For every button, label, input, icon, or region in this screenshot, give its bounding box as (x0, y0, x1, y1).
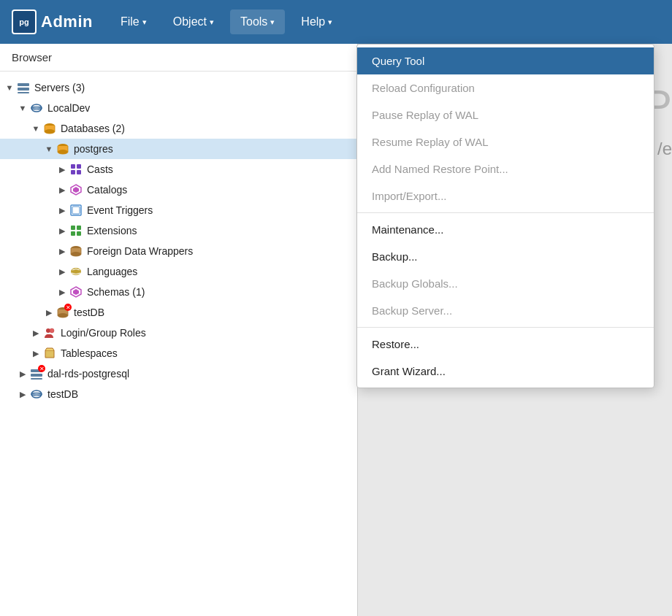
menu-item-backup-server-label: Backup Server... (372, 304, 452, 317)
menu-item-backup-server[interactable]: Backup Server... (357, 297, 654, 324)
menu-item-query-tool-label: Query Tool (372, 55, 424, 67)
toggle-extensions[interactable]: ▶ (56, 224, 69, 237)
browser-panel: Browser ▼ Servers (3) ▼ LocalDev (0, 44, 358, 616)
brand-icon-text: pg (19, 18, 28, 26)
menu-item-reload-config[interactable]: Reload Configuration (357, 74, 654, 101)
toggle-dal-rds[interactable]: ▶ (16, 367, 29, 380)
svg-marker-15 (73, 187, 79, 193)
icon-testtb (29, 387, 44, 401)
toggle-localdev[interactable]: ▼ (16, 101, 29, 115)
svg-rect-32 (31, 374, 42, 377)
menu-item-query-tool[interactable]: Query Tool (357, 47, 654, 74)
toggle-fdw[interactable]: ▶ (56, 245, 69, 258)
menu-item-backup-globals-label: Backup Globals... (372, 277, 458, 290)
tree-item-tablespaces[interactable]: ▶ Tablespaces (0, 343, 357, 363)
object-menu[interactable]: Object ▾ (163, 9, 224, 34)
menu-item-restore[interactable]: Restore... (357, 331, 654, 358)
icon-event-triggers (69, 203, 83, 217)
right-panel-content: /e (657, 139, 672, 159)
icon-tablespaces (42, 346, 57, 361)
help-menu[interactable]: Help ▾ (291, 9, 343, 34)
toggle-servers[interactable]: ▼ (3, 81, 16, 94)
label-tablespaces: Tablespaces (61, 347, 118, 359)
icon-fdw (69, 244, 83, 258)
label-extensions: Extensions (87, 225, 137, 236)
toggle-event-triggers[interactable]: ▶ (56, 204, 69, 217)
tree-item-testtb[interactable]: ▶ testDB (0, 384, 357, 404)
toggle-postgres[interactable]: ▼ (42, 142, 56, 155)
svg-rect-10 (71, 164, 75, 169)
menu-item-backup[interactable]: Backup... (357, 243, 654, 270)
tree-item-dal-rds[interactable]: ▶ ✕ dal-rds-postgresql (0, 363, 357, 384)
menu-item-resume-replay-label: Resume Replay of WAL (372, 136, 489, 148)
toggle-languages[interactable]: ▶ (56, 265, 69, 278)
icon-roles (42, 326, 57, 340)
menu-item-backup-label: Backup... (372, 250, 418, 263)
tree-item-testdb[interactable]: ▶ ✕ testDB (0, 302, 357, 323)
icon-localdev (29, 101, 44, 115)
svg-rect-17 (72, 207, 80, 214)
svg-point-7 (45, 129, 55, 134)
separator-2 (357, 327, 654, 328)
svg-point-30 (50, 328, 54, 333)
file-menu-arrow: ▾ (142, 18, 147, 27)
icon-schemas (69, 285, 83, 299)
label-schemas: Schemas (1) (87, 286, 145, 298)
svg-rect-18 (71, 226, 75, 230)
toggle-databases[interactable]: ▼ (29, 122, 42, 135)
menu-item-import-export[interactable]: Import/Export... (357, 182, 654, 209)
svg-rect-1 (18, 88, 29, 91)
toggle-testdb[interactable]: ▶ (42, 306, 56, 319)
label-casts: Casts (87, 163, 113, 175)
label-testdb: testDB (74, 307, 104, 318)
file-menu[interactable]: File ▾ (110, 9, 157, 34)
menu-item-pause-replay[interactable]: Pause Replay of WAL (357, 101, 654, 128)
tree-item-databases[interactable]: ▼ Databases (2) (0, 118, 357, 139)
tree-item-servers[interactable]: ▼ Servers (3) (0, 77, 357, 98)
menu-item-add-restore-point-label: Add Named Restore Point... (372, 163, 508, 175)
icon-catalogs (69, 182, 83, 197)
menu-item-grant-wizard[interactable]: Grant Wizard... (357, 358, 654, 385)
tree-item-event-triggers[interactable]: ▶ Event Triggers (0, 200, 357, 220)
brand-text: Admin (41, 12, 93, 31)
svg-point-28 (58, 313, 68, 317)
svg-rect-11 (77, 164, 81, 169)
menu-item-maintenance-label: Maintenance... (372, 223, 443, 236)
tree-item-roles[interactable]: ▶ Login/Group Roles (0, 323, 357, 343)
toggle-catalogs[interactable]: ▶ (56, 183, 69, 196)
tree-item-postgres[interactable]: ▼ postgres (0, 139, 357, 159)
toggle-casts[interactable]: ▶ (56, 163, 69, 176)
menu-item-resume-replay[interactable]: Resume Replay of WAL (357, 128, 654, 155)
label-languages: Languages (87, 266, 137, 277)
tree-item-catalogs[interactable]: ▶ Catalogs (0, 180, 357, 200)
label-fdw: Foreign Data Wrappers (87, 245, 193, 257)
tree-item-schemas[interactable]: ▶ Schemas (1) (0, 282, 357, 302)
icon-languages (69, 264, 83, 279)
menu-item-add-restore-point[interactable]: Add Named Restore Point... (357, 155, 654, 182)
icon-dal-rds: ✕ (29, 366, 44, 381)
menu-item-import-export-label: Import/Export... (372, 190, 447, 202)
label-databases: Databases (2) (61, 123, 125, 134)
menu-item-backup-globals[interactable]: Backup Globals... (357, 270, 654, 297)
object-menu-label: Object (173, 15, 207, 28)
tools-menu[interactable]: Tools ▾ (230, 9, 285, 34)
tree-item-casts[interactable]: ▶ Casts (0, 159, 357, 180)
tree-item-languages[interactable]: ▶ Languages (0, 261, 357, 282)
menu-item-maintenance[interactable]: Maintenance... (357, 216, 654, 243)
svg-rect-21 (77, 231, 81, 236)
icon-testdb: ✕ (56, 305, 70, 320)
svg-rect-12 (71, 170, 75, 174)
tree-item-fdw[interactable]: ▶ Foreign Data Wrappers (0, 241, 357, 261)
toggle-schemas[interactable]: ▶ (56, 285, 69, 299)
tree-item-localdev[interactable]: ▼ LocalDev (0, 98, 357, 118)
label-event-triggers: Event Triggers (87, 204, 153, 216)
label-roles: Login/Group Roles (61, 327, 146, 339)
toggle-tablespaces[interactable]: ▶ (29, 347, 42, 360)
file-menu-label: File (121, 15, 140, 28)
svg-rect-19 (77, 226, 81, 230)
icon-extensions (69, 223, 83, 238)
tree-item-extensions[interactable]: ▶ Extensions (0, 220, 357, 241)
toggle-roles[interactable]: ▶ (29, 326, 42, 339)
toggle-testtb[interactable]: ▶ (16, 388, 29, 401)
menu-item-grant-wizard-label: Grant Wizard... (372, 365, 446, 377)
